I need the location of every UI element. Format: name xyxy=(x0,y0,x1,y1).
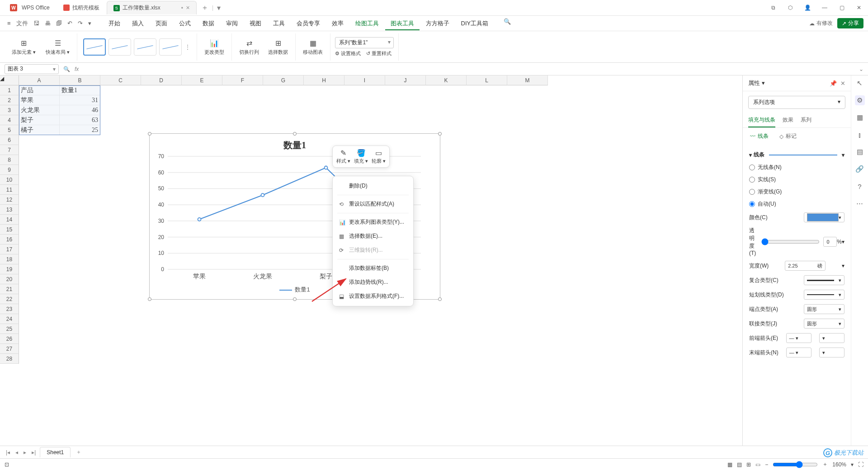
minimize-button[interactable]: — xyxy=(819,2,830,13)
maximize-button[interactable]: ▢ xyxy=(836,2,847,13)
zoom-value[interactable]: 160% xyxy=(832,461,846,468)
quick-layout-button[interactable]: ☰快速布局 ▾ xyxy=(43,37,72,56)
status-mode-icon[interactable]: ⊡ xyxy=(5,461,9,468)
window-copy-icon[interactable]: ⧉ xyxy=(768,2,778,13)
rp-tab-series[interactable]: 系列 xyxy=(801,113,811,127)
app-menu-icon[interactable]: ≡ xyxy=(5,19,14,28)
sheet-last-icon[interactable]: ▸| xyxy=(30,449,37,456)
row-header[interactable]: 11 xyxy=(0,185,19,195)
mini-outline-button[interactable]: ▭轮廓 ▾ xyxy=(372,149,386,164)
tab-page[interactable]: 页面 xyxy=(150,17,173,30)
wps-home-tab[interactable]: WWPS Office xyxy=(4,1,56,14)
row-header[interactable]: 6 xyxy=(0,135,19,145)
cell[interactable]: 产品 xyxy=(19,85,60,95)
series-selector[interactable]: 系列"数量1" xyxy=(335,37,394,48)
set-format-button[interactable]: ⚙ 设置格式 xyxy=(335,50,361,57)
row-header[interactable]: 8 xyxy=(0,155,19,165)
radio-none[interactable]: 无线条(N) xyxy=(749,164,782,171)
sheet-next-icon[interactable]: ▸ xyxy=(22,449,28,456)
templates-tab[interactable]: 找稻壳模板 xyxy=(57,1,106,14)
arrow-start-size[interactable]: ▾ xyxy=(819,333,844,343)
row-header[interactable]: 9 xyxy=(0,165,19,175)
radio-auto[interactable]: 自动(U) xyxy=(749,200,776,208)
row-header[interactable]: 12 xyxy=(0,195,19,205)
cube-icon[interactable]: ⬡ xyxy=(785,2,796,13)
rail-layers-icon[interactable]: ▤ xyxy=(855,147,865,157)
zoom-slider[interactable] xyxy=(773,461,818,468)
close-panel-icon[interactable]: ✕ xyxy=(840,80,845,87)
rp-tab-effect[interactable]: 效果 xyxy=(783,113,793,127)
series-options-dropdown[interactable]: 系列选项▾ xyxy=(748,96,845,109)
cell[interactable]: 31 xyxy=(60,95,100,105)
tab-review[interactable]: 审阅 xyxy=(221,17,243,30)
ctx-select-data[interactable]: ▦选择数据(E)... xyxy=(333,229,413,243)
mini-style-button[interactable]: ✎样式 ▾ xyxy=(336,149,350,164)
line-section-title[interactable]: ▾ 线条▾ xyxy=(749,148,844,161)
rail-select-icon[interactable]: ↖ xyxy=(855,78,865,88)
zoom-dropdown-icon[interactable]: ▾ xyxy=(851,461,854,468)
select-data-button[interactable]: ⊞选择数据 xyxy=(265,37,291,56)
tab-formula[interactable]: 公式 xyxy=(174,17,196,30)
opacity-slider[interactable] xyxy=(761,238,820,245)
zoom-fx-icon[interactable]: 🔍 xyxy=(63,66,70,72)
pin-icon[interactable]: 📌 xyxy=(830,80,837,87)
fullscreen-icon[interactable]: ⛶ xyxy=(858,461,863,468)
row-header[interactable]: 5 xyxy=(0,125,19,135)
save-icon[interactable]: 🖫 xyxy=(31,19,42,28)
tab-member[interactable]: 会员专享 xyxy=(291,17,326,30)
rail-settings-icon[interactable]: ⚙ xyxy=(855,95,865,105)
arrow-end-size[interactable]: ▾ xyxy=(819,348,844,357)
document-tab[interactable]: S工作簿数量.xlsx•✕ xyxy=(107,1,197,14)
width-input[interactable]: 2.25磅 xyxy=(785,261,826,271)
row-header[interactable]: 20 xyxy=(0,274,19,284)
select-all-corner[interactable]: ◢ xyxy=(0,75,19,85)
share-button[interactable]: ↗分享 xyxy=(837,18,863,28)
row-header[interactable]: 3 xyxy=(0,105,19,115)
formula-input[interactable] xyxy=(83,64,854,74)
row-header[interactable]: 26 xyxy=(0,334,19,344)
ctx-reset-style[interactable]: ⟲重设以匹配样式(A) xyxy=(333,197,413,211)
rp-subtab-line[interactable]: 〰线条 xyxy=(750,132,769,140)
tab-view[interactable]: 视图 xyxy=(244,17,267,30)
ctx-format-series[interactable]: ⬓设置数据系列格式(F)... xyxy=(333,289,413,303)
user-avatar-icon[interactable]: 👤 xyxy=(802,2,813,13)
rail-style-icon[interactable]: ▦ xyxy=(855,113,865,122)
rp-tab-fill-line[interactable]: 填充与线条 xyxy=(748,113,775,127)
tab-chart-tools[interactable]: 图表工具 xyxy=(385,17,420,30)
col-header[interactable]: C xyxy=(100,75,141,85)
tab-efficiency[interactable]: 效率 xyxy=(326,17,349,30)
row-header[interactable]: 16 xyxy=(0,235,19,244)
search-icon[interactable]: 🔍 xyxy=(501,17,514,30)
arrow-end-select[interactable]: — ▾ xyxy=(786,348,811,357)
chart-preset-1[interactable] xyxy=(83,38,106,56)
cell[interactable]: 橘子 xyxy=(19,125,60,135)
sheet-tab-1[interactable]: Sheet1 xyxy=(40,447,71,457)
row-header[interactable]: 27 xyxy=(0,344,19,354)
row-header[interactable]: 18 xyxy=(0,254,19,264)
chart-preset-4[interactable] xyxy=(159,38,182,56)
rail-link-icon[interactable]: 🔗 xyxy=(855,164,865,174)
move-chart-button[interactable]: ▦移动图表 xyxy=(300,37,326,56)
dash-select[interactable]: ▾ xyxy=(804,290,844,300)
col-header[interactable]: G xyxy=(263,75,304,85)
cell[interactable]: 火龙果 xyxy=(19,105,60,115)
print-preview-icon[interactable]: 🗐 xyxy=(53,19,65,28)
view-normal-icon[interactable]: ▦ xyxy=(727,461,732,468)
rail-help-icon[interactable]: ? xyxy=(855,181,865,191)
zoom-out-icon[interactable]: − xyxy=(765,461,768,468)
join-select[interactable]: 圆形▾ xyxy=(804,319,844,329)
formula-expand-icon[interactable]: ⌄ xyxy=(859,66,863,72)
rail-more-icon[interactable]: ⋯ xyxy=(855,198,865,208)
add-element-button[interactable]: ⊞添加元素 ▾ xyxy=(9,37,38,56)
row-header[interactable]: 21 xyxy=(0,284,19,294)
switch-rowcol-button[interactable]: ⇄切换行列 xyxy=(236,37,262,56)
col-header[interactable]: F xyxy=(222,75,263,85)
compound-select[interactable]: ▾ xyxy=(804,275,844,285)
cloud-modified-label[interactable]: ☁有修改 xyxy=(809,19,833,27)
new-tab-button[interactable]: ＋ xyxy=(198,1,212,14)
tab-fangfang[interactable]: 方方格子 xyxy=(420,17,455,30)
sheet-prev-icon[interactable]: ◂ xyxy=(14,449,19,456)
row-header[interactable]: 28 xyxy=(0,354,19,364)
row-header[interactable]: 22 xyxy=(0,294,19,304)
col-header[interactable]: H xyxy=(304,75,344,85)
